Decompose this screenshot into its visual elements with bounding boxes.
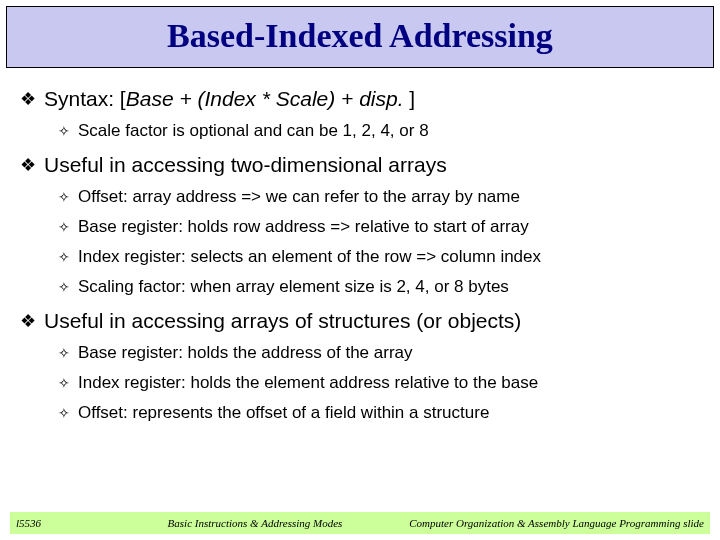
cross-bullet-icon: ✧ [58,216,70,238]
bullet-text: Base register: holds row address => rela… [78,216,529,238]
diamond-bullet-icon: ❖ [20,308,36,334]
syntax-expr: Base + (Index * Scale) + disp. [126,87,404,110]
bullet-2d-arrays: ❖ Useful in accessing two-dimensional ar… [20,152,700,178]
subbullet-index: ✧ Index register: selects an element of … [58,246,700,268]
diamond-bullet-icon: ❖ [20,86,36,112]
subbullet-scale: ✧ Scale factor is optional and can be 1,… [58,120,700,142]
bullet-syntax: ❖ Syntax: [Base + (Index * Scale) + disp… [20,86,700,112]
cross-bullet-icon: ✧ [58,186,70,208]
diamond-bullet-icon: ❖ [20,152,36,178]
footer-left: l5536 [10,517,120,529]
bullet-text: Index register: holds the element addres… [78,372,538,394]
syntax-suffix: ] [404,87,416,110]
bullet-struct-arrays: ❖ Useful in accessing arrays of structur… [20,308,700,334]
bullet-text: Scale factor is optional and can be 1, 2… [78,120,429,142]
bullet-text: Syntax: [Base + (Index * Scale) + disp. … [44,86,415,112]
cross-bullet-icon: ✧ [58,372,70,394]
bullet-text: Useful in accessing arrays of structures… [44,308,521,334]
bullet-text: Offset: array address => we can refer to… [78,186,520,208]
footer-right: Computer Organization & Assembly Languag… [390,517,710,529]
subbullet-struct-index: ✧ Index register: holds the element addr… [58,372,700,394]
footer-center: Basic Instructions & Addressing Modes [120,517,390,529]
subbullet-base: ✧ Base register: holds row address => re… [58,216,700,238]
subbullet-scaling: ✧ Scaling factor: when array element siz… [58,276,700,298]
bullet-text: Scaling factor: when array element size … [78,276,509,298]
slide-content: ❖ Syntax: [Base + (Index * Scale) + disp… [0,68,720,424]
cross-bullet-icon: ✧ [58,120,70,142]
cross-bullet-icon: ✧ [58,276,70,298]
subbullet-struct-offset: ✧ Offset: represents the offset of a fie… [58,402,700,424]
slide-footer: l5536 Basic Instructions & Addressing Mo… [10,512,710,534]
bullet-text: Base register: holds the address of the … [78,342,413,364]
subbullet-offset: ✧ Offset: array address => we can refer … [58,186,700,208]
subbullet-struct-base: ✧ Base register: holds the address of th… [58,342,700,364]
cross-bullet-icon: ✧ [58,402,70,424]
bullet-text: Useful in accessing two-dimensional arra… [44,152,447,178]
slide-title-bar: Based-Indexed Addressing [6,6,714,68]
bullet-text: Index register: selects an element of th… [78,246,541,268]
slide-title: Based-Indexed Addressing [7,17,713,55]
syntax-prefix: Syntax: [ [44,87,126,110]
cross-bullet-icon: ✧ [58,342,70,364]
bullet-text: Offset: represents the offset of a field… [78,402,489,424]
cross-bullet-icon: ✧ [58,246,70,268]
